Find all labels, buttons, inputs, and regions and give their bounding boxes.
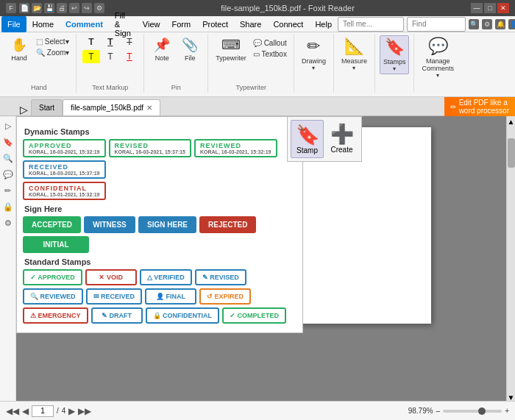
menu-home[interactable]: Home: [26, 16, 60, 32]
tab-file[interactable]: file-sample_150kB.pdf ✕: [63, 99, 160, 115]
prev-page-button[interactable]: ◀: [22, 406, 29, 416]
tab-start[interactable]: Start: [31, 99, 63, 115]
sidebar-comment-icon[interactable]: 💬: [1, 168, 15, 181]
menu-fill-sign[interactable]: Fill & Sign: [109, 16, 137, 32]
menu-connect[interactable]: Connect: [267, 16, 309, 32]
typewriter-button[interactable]: ⌨ Typewriter: [213, 35, 249, 63]
accepted-stamp[interactable]: ACCEPTED: [23, 216, 81, 233]
menu-protect[interactable]: Protect: [196, 16, 234, 32]
sidebar-annotate-icon[interactable]: ✏: [1, 184, 15, 197]
dynamic-revised-stamp[interactable]: REVISED KORAL, 16-03-2021, 15:37:15: [109, 139, 192, 157]
sign-here-stamp[interactable]: SIGN HERE: [138, 216, 196, 233]
save-icon[interactable]: 💾: [44, 3, 54, 13]
text-btn-3[interactable]: T: [121, 35, 138, 49]
zoom-button[interactable]: 🔍 Zoom▾: [34, 48, 71, 57]
zoom-slider[interactable]: [443, 410, 502, 413]
zoom-area: 98.79% – +: [408, 407, 509, 415]
textbox-button[interactable]: ▭ Textbox: [251, 49, 289, 59]
witness-stamp[interactable]: WITNESS: [84, 216, 135, 233]
tab-close-button[interactable]: ✕: [146, 104, 152, 112]
initial-stamp[interactable]: INITIAL: [23, 236, 89, 253]
find-input[interactable]: [407, 17, 466, 32]
undo-icon[interactable]: ↩: [69, 3, 79, 13]
next-page-button[interactable]: ▶: [68, 406, 75, 416]
bell-icon[interactable]: 🔔: [495, 19, 505, 29]
note-button[interactable]: 📌 Note: [149, 35, 175, 63]
menu-file[interactable]: File: [1, 16, 26, 32]
open-icon[interactable]: 📂: [32, 3, 42, 13]
last-page-button[interactable]: ▶▶: [78, 406, 91, 416]
edit-pdf-bar[interactable]: ✏ Edit PDF like aword processor: [444, 97, 515, 116]
search-go-icon[interactable]: 🔍: [469, 19, 479, 29]
received-title: RECEIVED: [29, 163, 68, 171]
scroll-thumb[interactable]: [508, 138, 515, 168]
dynamic-received-stamp[interactable]: RECEIVED KORAL, 16-03-2021, 15:37:19: [23, 160, 106, 179]
select-button[interactable]: ⬚ Select▾: [34, 37, 71, 46]
maximize-button[interactable]: □: [484, 3, 496, 13]
dynamic-reviewed-stamp[interactable]: REVIEWED KORAL, 16-03-2021, 15:32:19: [194, 139, 277, 157]
text-btn-4[interactable]: T: [82, 50, 100, 63]
text-btn-1[interactable]: T: [82, 35, 100, 49]
measure-button[interactable]: 📐 Measure ▾: [338, 35, 370, 73]
user-icon[interactable]: 👤: [508, 19, 515, 29]
current-page-input[interactable]: [32, 405, 54, 417]
menu-share[interactable]: Share: [234, 16, 267, 32]
std-emergency-stamp[interactable]: ⚠ EMERGENCY: [23, 307, 88, 324]
std-reviewed-stamp[interactable]: 🔍 REVIEWED: [23, 288, 83, 305]
first-page-button[interactable]: ◀◀: [6, 406, 19, 416]
manage-comments-button[interactable]: 💬 ManageComments ▾: [419, 35, 457, 80]
zoom-minus-button[interactable]: –: [436, 407, 441, 415]
stamps-buttons: 🔖 Stamps ▾: [380, 35, 410, 91]
dynamic-confidential-stamp[interactable]: CONFIDENTIAL KORAL, 15-01-2021, 15:32:19: [23, 182, 106, 200]
close-button[interactable]: ✕: [497, 3, 509, 13]
stamps-label: Stamps: [383, 58, 406, 65]
zoom-plus-button[interactable]: +: [505, 407, 509, 415]
scroll-up-button[interactable]: ▲: [506, 116, 515, 127]
std-received-stamp[interactable]: ✉ RECEIVED: [86, 288, 143, 305]
scrollbar-vertical[interactable]: ▲ ▼: [506, 116, 515, 403]
std-verified-stamp[interactable]: △ VERIFIED: [140, 269, 192, 285]
settings2-icon[interactable]: ⚙: [482, 19, 492, 29]
text-btn-5[interactable]: T: [102, 50, 119, 63]
menu-view[interactable]: View: [137, 16, 166, 32]
sidebar-bookmark-icon[interactable]: 🔖: [1, 135, 15, 149]
stamps-button[interactable]: 🔖 Stamps ▾: [380, 35, 410, 74]
tab-expand-button[interactable]: ▷: [16, 104, 31, 115]
new-icon[interactable]: 📄: [19, 3, 29, 13]
dynamic-approved-stamp[interactable]: APPROVED KORAL, 16-03-2021, 15:32:19: [23, 139, 106, 157]
callout-button[interactable]: 💬 Callout: [251, 38, 289, 48]
rejected-stamp[interactable]: REJECTED: [199, 216, 256, 233]
sidebar-lock-icon[interactable]: 🔒: [1, 200, 15, 213]
std-expired-stamp[interactable]: ↺ EXPIRED: [199, 288, 251, 305]
drawing-button[interactable]: ✏ Drawing ▾: [299, 35, 329, 73]
sidebar-search-icon[interactable]: 🔍: [1, 152, 15, 165]
std-revised-stamp[interactable]: ✎ REVISED: [195, 269, 246, 285]
stamp-panel-button[interactable]: 🔖 Stamp: [291, 120, 324, 158]
std-approved-stamp[interactable]: ✓ APPROVED: [23, 269, 82, 285]
std-completed-stamp[interactable]: ✓ COMPLETED: [222, 307, 286, 324]
hand-tool-button[interactable]: ✋ Hand: [6, 35, 32, 63]
std-draft-stamp[interactable]: ✎ DRAFT: [91, 307, 143, 324]
sidebar-settings-icon[interactable]: ⚙: [1, 216, 15, 229]
zoom-thumb[interactable]: [478, 407, 486, 415]
sidebar-nav-icon[interactable]: ▷: [1, 119, 15, 132]
typewriter-label: Typewriter: [235, 84, 266, 91]
print-icon[interactable]: 🖨: [57, 3, 67, 13]
std-confidential-stamp[interactable]: 🔒 CONFIDENTIAL: [146, 307, 220, 324]
ribbon-group-stamps: 🔖 Stamps ▾: [377, 34, 415, 93]
create-panel-button[interactable]: ➕ Create: [325, 120, 358, 158]
std-final-stamp[interactable]: 👤 FINAL: [145, 288, 196, 305]
menu-form[interactable]: Form: [166, 16, 197, 32]
reviewed-title: REVIEWED: [200, 142, 241, 149]
file-button[interactable]: 📎 File: [177, 35, 203, 63]
menu-comment[interactable]: Comment: [60, 16, 109, 32]
text-btn-2[interactable]: T: [102, 35, 119, 49]
drawing-label: Drawing: [302, 57, 326, 65]
settings-icon[interactable]: ⚙: [94, 3, 104, 13]
text-btn-6[interactable]: T: [121, 50, 138, 63]
redo-icon[interactable]: ↪: [82, 3, 92, 13]
menu-help[interactable]: Help: [309, 16, 338, 32]
minimize-button[interactable]: —: [471, 3, 483, 13]
tell-me-input[interactable]: [338, 17, 404, 32]
std-void-stamp[interactable]: ✕ VOID: [85, 269, 137, 285]
